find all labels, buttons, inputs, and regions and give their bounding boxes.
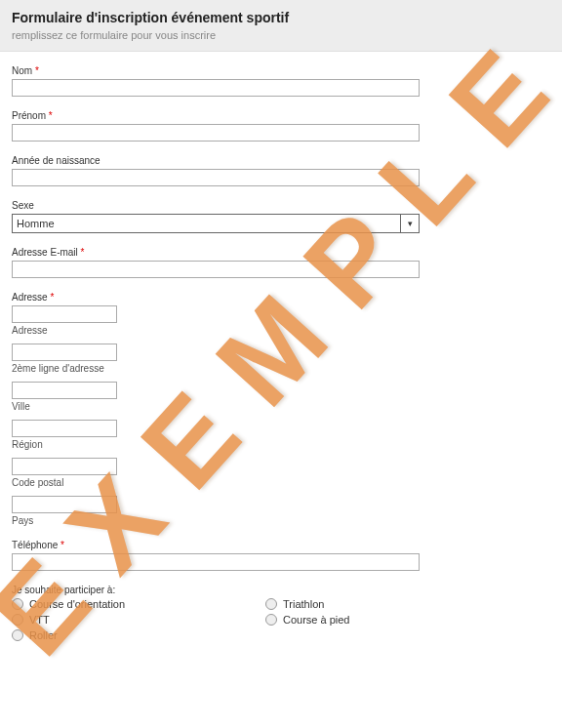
input-adresse-line1[interactable] — [12, 305, 117, 323]
label-email-text: Adresse E-mail — [12, 247, 78, 258]
input-adresse-line2[interactable] — [12, 344, 117, 361]
choice-label: Course à pied — [283, 614, 350, 626]
choice-label: Triathlon — [283, 598, 324, 610]
label-annee: Année de naissance — [12, 155, 550, 166]
label-prenom-text: Prénom — [12, 110, 46, 121]
required-marker: * — [35, 65, 39, 76]
field-nom: Nom * — [12, 65, 550, 97]
choice-label: Course d'orientation — [29, 598, 125, 610]
field-prenom: Prénom * — [12, 110, 550, 142]
label-adresse: Adresse * — [12, 292, 550, 303]
required-marker: * — [81, 247, 85, 258]
label-telephone-text: Téléphone — [12, 540, 58, 550]
choice-label: Roller — [29, 629, 58, 641]
field-annee: Année de naissance — [12, 155, 550, 186]
label-prenom: Prénom * — [12, 110, 550, 121]
choice-orientation[interactable]: Course d'orientation — [12, 598, 265, 610]
label-adresse-text: Adresse — [12, 292, 48, 303]
choice-columns: Course d'orientation VTT Roller Triathlo… — [12, 598, 519, 645]
form-header: Formulaire d'inscription événement sport… — [0, 0, 562, 52]
field-telephone: Téléphone * — [12, 540, 550, 571]
field-participer: Je souhaite participer à: Course d'orien… — [12, 585, 550, 645]
radio-icon — [12, 629, 23, 641]
page-title: Formulaire d'inscription événement sport… — [12, 10, 550, 25]
select-sexe-value: Homme — [12, 214, 420, 233]
choice-roller[interactable]: Roller — [12, 629, 265, 641]
required-marker: * — [60, 540, 64, 550]
sublabel-region: Région — [12, 439, 550, 450]
choice-triathlon[interactable]: Triathlon — [265, 598, 519, 610]
sublabel-pays: Pays — [12, 515, 550, 526]
choice-vtt[interactable]: VTT — [12, 614, 265, 626]
input-pays[interactable] — [12, 496, 117, 513]
field-adresse: Adresse * Adresse 2ème ligne d'adresse V… — [12, 292, 550, 526]
sublabel-ligne2: 2ème ligne d'adresse — [12, 363, 550, 374]
radio-icon — [12, 598, 23, 610]
sublabel-cp: Code postal — [12, 477, 550, 488]
radio-icon — [265, 614, 277, 626]
input-cp[interactable] — [12, 458, 117, 475]
field-sexe: Sexe Homme ▾ — [12, 200, 550, 233]
radio-icon — [265, 598, 277, 610]
input-email[interactable] — [12, 261, 420, 278]
select-sexe-toggle[interactable]: ▾ — [400, 214, 420, 233]
select-sexe[interactable]: Homme ▾ — [12, 214, 420, 233]
choice-course-a-pied[interactable]: Course à pied — [265, 614, 519, 626]
chevron-down-icon: ▾ — [408, 219, 413, 228]
label-participer: Je souhaite participer à: — [12, 585, 550, 595]
label-sexe: Sexe — [12, 200, 550, 211]
page-subtitle: remplissez ce formulaire pour vous inscr… — [12, 29, 550, 41]
form-body: Nom * Prénom * Année de naissance Sexe H… — [0, 52, 562, 678]
required-marker: * — [49, 110, 53, 121]
label-nom-text: Nom — [12, 65, 32, 76]
sublabel-ville: Ville — [12, 401, 550, 412]
sublabel-adresse: Adresse — [12, 325, 550, 336]
input-telephone[interactable] — [12, 553, 420, 571]
radio-icon — [12, 614, 23, 626]
field-email: Adresse E-mail * — [12, 247, 550, 278]
label-email: Adresse E-mail * — [12, 247, 550, 258]
required-marker: * — [50, 292, 54, 303]
choice-col-left: Course d'orientation VTT Roller — [12, 598, 265, 645]
label-telephone: Téléphone * — [12, 540, 550, 550]
choice-label: VTT — [29, 614, 50, 626]
input-region[interactable] — [12, 420, 117, 437]
input-prenom[interactable] — [12, 124, 420, 142]
input-ville[interactable] — [12, 382, 117, 399]
choice-col-right: Triathlon Course à pied — [265, 598, 519, 645]
input-annee[interactable] — [12, 169, 420, 186]
input-nom[interactable] — [12, 79, 420, 97]
label-nom: Nom * — [12, 65, 550, 76]
